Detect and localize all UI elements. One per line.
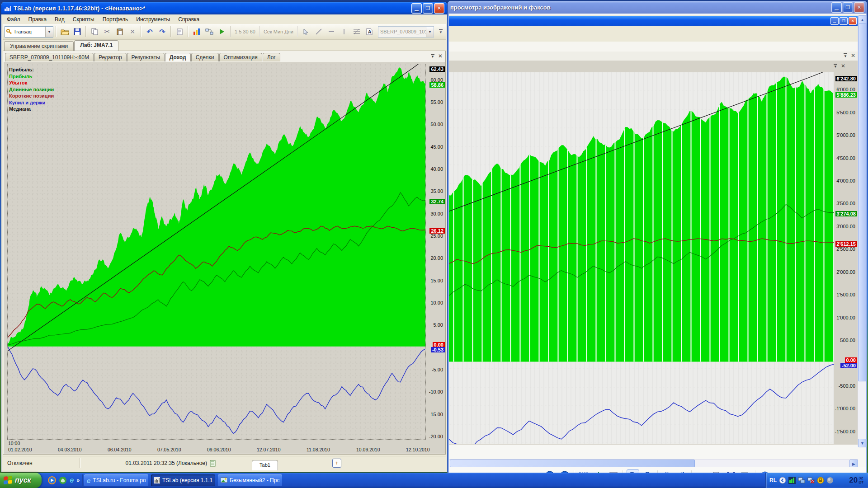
undo-icon[interactable]: ↶ — [144, 26, 156, 38]
y-tick: -20.00 — [429, 434, 443, 439]
subtab-Лог[interactable]: Лог — [263, 53, 280, 61]
start-label: пуск — [15, 476, 31, 484]
image-chart-yaxis: 6'000.005'500.005'000.004'500.004'000.00… — [834, 72, 858, 444]
clock-day: Вт — [859, 480, 863, 484]
y-tick: 3'000.00 — [836, 224, 855, 229]
viewer-maximize-button[interactable]: ❐ — [843, 2, 853, 13]
image-chart-close-icon: ✕ — [841, 63, 845, 69]
paste-icon[interactable] — [114, 26, 126, 38]
cut-icon[interactable]: ✂ — [101, 26, 113, 38]
copy-icon[interactable] — [89, 26, 100, 38]
minimize-button[interactable]: ▁ — [411, 3, 422, 14]
cursor-icon[interactable] — [300, 26, 312, 38]
viewer-close-button[interactable]: ✕ — [854, 2, 864, 13]
menu-Скрипты[interactable]: Скрипты — [69, 15, 99, 23]
y-tick: 5.00 — [434, 322, 443, 328]
profit-chart-plot[interactable] — [7, 64, 426, 440]
menu-Правка[interactable]: Правка — [24, 15, 51, 23]
vertical-scrollbar[interactable]: ▲ ▼ — [858, 15, 866, 446]
y-tick: -10.00 — [429, 389, 443, 394]
quick-launch: e » — [45, 473, 86, 488]
timeframe-presets[interactable]: 1 5 30 60 — [233, 29, 257, 34]
chart-legend: Прибыль:ПрибыльУбытокДлинные позицииКоро… — [9, 66, 54, 113]
sphere-icon[interactable] — [826, 477, 834, 484]
menu-Вид[interactable]: Вид — [51, 15, 69, 23]
alert-icon[interactable] — [817, 477, 824, 484]
trendline-icon[interactable] — [313, 26, 325, 38]
add-workspace-tab-button[interactable]: + — [332, 459, 341, 468]
chart-icon[interactable] — [191, 26, 203, 38]
close-panel-icon[interactable]: ✕ — [438, 53, 443, 59]
pin-panel-icon[interactable]: ▼ — [431, 54, 434, 59]
open-button[interactable] — [59, 26, 71, 38]
delete-icon[interactable]: ✕ — [127, 26, 138, 38]
task-button-3[interactable]: Безымянный2 - Прог... — [218, 474, 282, 486]
toolbar-overflow-icon[interactable]: ▼ — [438, 26, 444, 38]
tab-Управление скриптами[interactable]: Управление скриптами — [4, 41, 74, 51]
y-marker: -0.53 — [431, 347, 445, 352]
scroll-down-icon[interactable]: ▼ — [858, 439, 867, 447]
redo-icon[interactable]: ↷ — [156, 26, 168, 38]
y-marker: 3'274.08 — [835, 211, 857, 216]
y-marker: 32.74 — [429, 199, 445, 204]
image-close-icon: ✕ — [849, 17, 857, 25]
calendar-icon[interactable] — [210, 460, 216, 467]
network-icon[interactable] — [798, 477, 805, 484]
subtab-Редактор[interactable]: Редактор — [94, 53, 127, 61]
subtab-SBERP_070809_101109H:-:60M[interactable]: SBERP_070809_101109H:-:60M — [5, 53, 94, 61]
task-button-2[interactable]: TSLab (версия 1.1.1... — [151, 474, 215, 486]
image-pin-icon: ▼ — [844, 53, 847, 58]
timeframe-units[interactable]: Сек Мин Дни — [262, 29, 295, 34]
text-tool-icon[interactable]: A — [363, 26, 375, 38]
close-button[interactable]: ✕ — [434, 3, 444, 14]
chevron-icon[interactable] — [779, 477, 786, 484]
subtab-Сделки[interactable]: Сделки — [191, 53, 219, 61]
status-bar: Отключен 01.03.2011 20:32:35 (Локальное)… — [3, 456, 446, 470]
hline-icon[interactable] — [326, 26, 337, 38]
symbol-combo[interactable]: SBERP_070809_101109H:- ▼ — [378, 26, 434, 38]
fibo-icon[interactable] — [351, 26, 363, 38]
menu-Инструменты[interactable]: Инструменты — [132, 15, 174, 23]
tslab-icon — [154, 477, 160, 483]
menu-Файл[interactable]: Файл — [3, 15, 24, 23]
ie-icon[interactable]: e — [70, 476, 74, 485]
svg-text:A: A — [368, 29, 371, 34]
scroll-up-icon[interactable]: ▲ — [858, 15, 867, 24]
network-error-icon[interactable] — [807, 477, 815, 484]
horizontal-scrollbar[interactable]: ▶ — [449, 459, 858, 467]
y-marker: 0.00 — [845, 357, 857, 363]
media-player-icon[interactable] — [48, 476, 56, 484]
task-button-1[interactable]: eTSLab.ru - Forums po... — [84, 474, 148, 486]
taskbar-clock[interactable]: 20 32 Вт — [849, 476, 863, 485]
tab-Лаб: JMA7.1[interactable]: Лаб: JMA7.1 — [74, 40, 118, 51]
status-datetime: 01.03.2011 20:32:35 (Локальное) — [126, 460, 208, 466]
schema-icon[interactable] — [203, 26, 215, 38]
subtab-Оптимизация[interactable]: Оптимизация — [219, 53, 262, 61]
properties-icon[interactable] — [174, 26, 185, 38]
menu-Справка[interactable]: Справка — [174, 15, 203, 23]
image-band — [449, 42, 858, 52]
maximize-button[interactable]: ❐ — [423, 3, 433, 14]
save-button[interactable] — [71, 26, 83, 38]
symbol-combo-dropdown[interactable]: ▼ — [426, 27, 434, 37]
run-icon[interactable] — [216, 26, 228, 38]
tslab-titlebar[interactable]: TSLab (версия 1.1.17.46:32bit) - <Неназв… — [1, 2, 447, 14]
x-tick-date: 07.05.2010 — [157, 447, 181, 452]
horizontal-scroll-thumb[interactable] — [450, 460, 695, 467]
start-button[interactable]: пуск — [0, 473, 42, 488]
quick-launch-chevron-icon[interactable]: » — [76, 477, 80, 483]
vertical-scroll-thumb[interactable] — [858, 23, 867, 381]
menu-Портфель[interactable]: Портфель — [99, 15, 132, 23]
connection-combo-dropdown[interactable]: ▼ — [45, 27, 53, 37]
subtab-Результаты[interactable]: Результаты — [127, 53, 165, 61]
messenger-icon[interactable] — [59, 476, 67, 484]
viewer-titlebar[interactable]: просмотра изображений и факсов ▁ ❐ ✕ — [448, 1, 867, 14]
tslab-tray-icon[interactable] — [788, 477, 796, 484]
viewer-minimize-button[interactable]: ▁ — [831, 2, 842, 13]
subtab-Доход[interactable]: Доход — [165, 53, 191, 61]
y-marker: 2'612.15 — [835, 241, 857, 247]
workspace-tab[interactable]: Tab1 — [252, 460, 278, 470]
vline-icon[interactable] — [338, 26, 350, 38]
language-indicator[interactable]: RL — [769, 477, 777, 483]
connection-combo[interactable]: Transaq ▼ — [5, 26, 53, 38]
